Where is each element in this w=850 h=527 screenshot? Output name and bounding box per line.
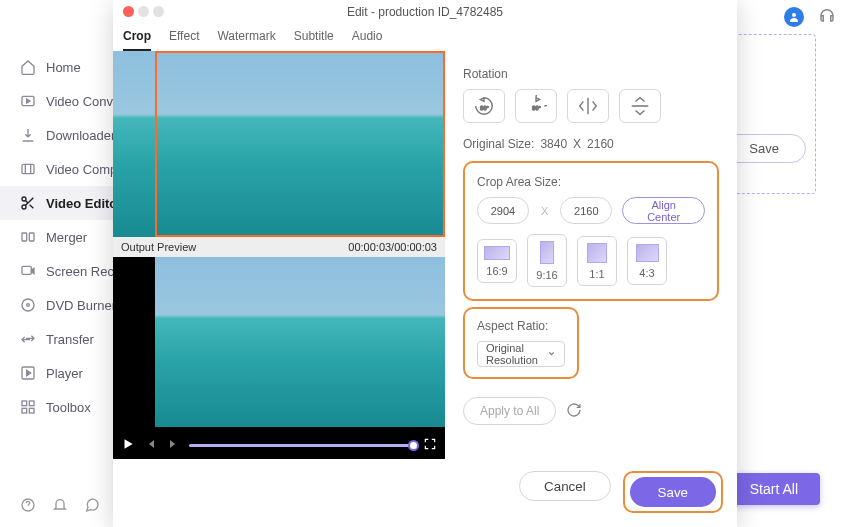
settings-pane: Rotation 90° 90° Original Size: 3840 X 2…	[445, 51, 737, 459]
chevron-down-icon	[547, 348, 556, 360]
original-width: 3840	[540, 137, 567, 151]
bell-icon[interactable]	[52, 497, 68, 513]
sidebar-item-label: Toolbox	[46, 400, 91, 415]
convert-icon	[20, 93, 36, 109]
scissors-icon	[20, 195, 36, 211]
reset-icon[interactable]	[566, 402, 582, 421]
ratio-label: 1:1	[589, 268, 604, 280]
svg-point-3	[22, 205, 26, 209]
aspect-ratio-label: Aspect Ratio:	[477, 319, 565, 333]
tab-subtitle[interactable]: Subtitle	[294, 29, 334, 51]
titlebar: Edit - production ID_4782485	[113, 0, 737, 23]
tab-watermark[interactable]: Watermark	[217, 29, 275, 51]
svg-point-15	[792, 13, 796, 17]
save-highlight: Save	[623, 471, 723, 513]
aspect-ratio-value: Original Resolution	[486, 342, 547, 366]
step-back-button[interactable]	[145, 438, 157, 453]
output-preview	[155, 257, 445, 427]
crop-width-input[interactable]	[477, 197, 529, 224]
svg-rect-11	[29, 401, 34, 406]
sidebar-item-label: Downloader	[46, 128, 115, 143]
ratio-4-3-button[interactable]: 4:3	[627, 237, 667, 285]
play-icon	[20, 365, 36, 381]
window-title: Edit - production ID_4782485	[113, 5, 737, 19]
svg-text:90°: 90°	[480, 105, 488, 111]
tabs: Crop Effect Watermark Subtitle Audio	[113, 23, 737, 51]
sidebar-item-label: Player	[46, 366, 83, 381]
record-icon	[20, 263, 36, 279]
ratio-label: 9:16	[536, 269, 557, 281]
fullscreen-button[interactable]	[423, 437, 437, 454]
x-separator: X	[541, 205, 548, 217]
x-label: X	[573, 137, 581, 151]
sidebar-item-label: Merger	[46, 230, 87, 245]
svg-rect-6	[22, 266, 31, 274]
crop-area-group: Crop Area Size: X Align Center 16:9 9:16…	[463, 161, 719, 301]
rotate-right-button[interactable]: 90°	[515, 89, 557, 123]
modal-footer: Cancel Save	[113, 459, 737, 527]
svg-rect-5	[29, 233, 34, 241]
flip-horizontal-button[interactable]	[567, 89, 609, 123]
tab-effect[interactable]: Effect	[169, 29, 199, 51]
svg-point-2	[22, 197, 26, 201]
crop-area-label: Crop Area Size:	[477, 175, 705, 189]
tab-audio[interactable]: Audio	[352, 29, 383, 51]
transfer-icon	[20, 331, 36, 347]
cancel-button[interactable]: Cancel	[519, 471, 611, 501]
aspect-ratio-group: Aspect Ratio: Original Resolution	[463, 307, 579, 379]
home-icon	[20, 59, 36, 75]
avatar[interactable]	[784, 7, 804, 27]
player-controls	[113, 431, 445, 459]
compress-icon	[20, 161, 36, 177]
headset-icon[interactable]	[818, 6, 836, 27]
output-bar: Output Preview 00:00:03/00:00:03	[113, 237, 445, 257]
svg-rect-10	[22, 401, 27, 406]
svg-text:90°: 90°	[532, 105, 540, 111]
source-preview[interactable]	[113, 51, 445, 237]
ratio-16-9-button[interactable]: 16:9	[477, 239, 517, 283]
ratio-label: 4:3	[639, 267, 654, 279]
disc-icon	[20, 297, 36, 313]
apply-to-all-button[interactable]: Apply to All	[463, 397, 556, 425]
original-height: 2160	[587, 137, 614, 151]
sidebar-item-label: Video Editor	[46, 196, 122, 211]
chat-icon[interactable]	[84, 497, 100, 513]
ratio-9-16-button[interactable]: 9:16	[527, 234, 567, 287]
grid-icon	[20, 399, 36, 415]
svg-point-7	[22, 299, 34, 311]
sidebar-item-label: Home	[46, 60, 81, 75]
flip-vertical-button[interactable]	[619, 89, 661, 123]
ratio-label: 16:9	[486, 265, 507, 277]
start-all-button[interactable]: Start All	[728, 473, 820, 505]
svg-rect-13	[29, 408, 34, 413]
aspect-ratio-select[interactable]: Original Resolution	[477, 341, 565, 367]
sidebar-item-label: DVD Burner	[46, 298, 116, 313]
rotation-label: Rotation	[463, 67, 719, 81]
play-button[interactable]	[121, 437, 135, 454]
svg-rect-4	[22, 233, 27, 241]
edit-modal: Edit - production ID_4782485 Crop Effect…	[113, 0, 737, 527]
save-button[interactable]: Save	[630, 477, 716, 507]
output-preview-label: Output Preview	[121, 241, 196, 253]
rotate-left-button[interactable]: 90°	[463, 89, 505, 123]
preview-pane: Output Preview 00:00:03/00:00:03	[113, 51, 445, 459]
crop-rectangle[interactable]	[155, 51, 445, 237]
help-icon[interactable]	[20, 497, 36, 513]
svg-rect-12	[22, 408, 27, 413]
sidebar-item-label: Transfer	[46, 332, 94, 347]
ratio-1-1-button[interactable]: 1:1	[577, 236, 617, 286]
timecode: 00:00:03/00:00:03	[348, 241, 437, 253]
tab-crop[interactable]: Crop	[123, 29, 151, 51]
crop-height-input[interactable]	[560, 197, 612, 224]
original-size-label: Original Size:	[463, 137, 534, 151]
step-fwd-button[interactable]	[167, 438, 179, 453]
svg-point-8	[27, 304, 30, 307]
download-icon	[20, 127, 36, 143]
seek-slider[interactable]	[189, 444, 413, 447]
align-center-button[interactable]: Align Center	[622, 197, 705, 224]
svg-rect-1	[22, 164, 34, 173]
merge-icon	[20, 229, 36, 245]
